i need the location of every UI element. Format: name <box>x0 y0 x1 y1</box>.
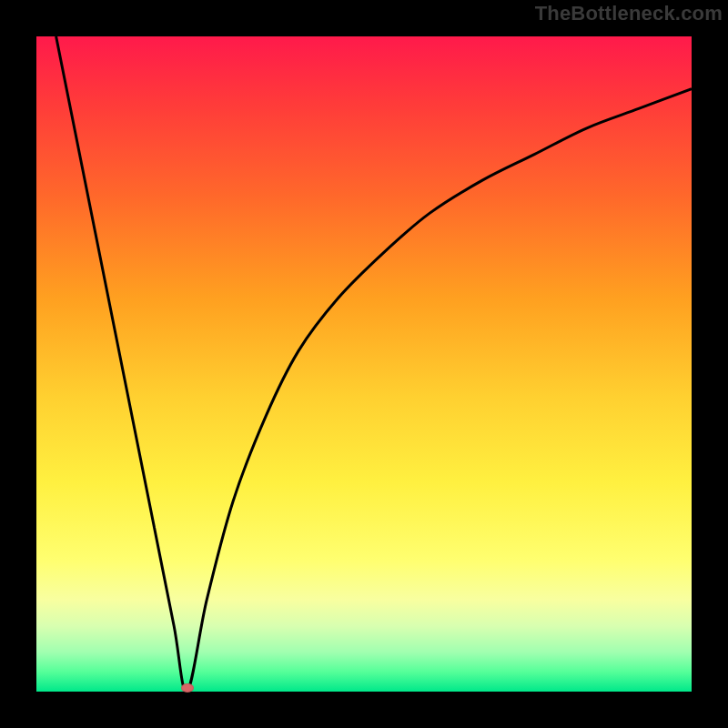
minimum-marker <box>181 683 194 693</box>
bottleneck-curve <box>36 36 692 692</box>
plot-area <box>36 36 692 692</box>
chart-frame: TheBottleneck.com <box>0 0 728 728</box>
curve-path <box>56 36 692 692</box>
watermark-text: TheBottleneck.com <box>535 2 723 25</box>
